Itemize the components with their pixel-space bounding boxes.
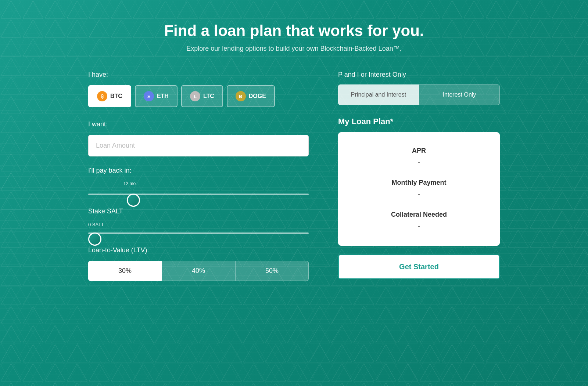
interest-only-button[interactable]: Interest Only <box>419 84 500 105</box>
apr-value: - <box>349 158 489 167</box>
pi-section: P and I or Interest Only Principal and I… <box>338 71 500 105</box>
principal-interest-button[interactable]: Principal and Interest <box>338 84 419 105</box>
monthly-payment-title: Monthly Payment <box>349 179 489 187</box>
doge-button[interactable]: Ð DOGE <box>227 85 275 107</box>
btc-icon: ₿ <box>97 91 107 101</box>
doge-label: DOGE <box>249 93 266 100</box>
apr-row: APR - <box>349 147 489 167</box>
ltc-button[interactable]: Ł LTC <box>181 85 223 107</box>
page-title: Find a loan plan that works for you. <box>88 22 500 40</box>
get-started-button[interactable]: Get Started <box>338 255 500 279</box>
right-panel: P and I or Interest Only Principal and I… <box>338 71 500 279</box>
stake-slider[interactable] <box>88 232 309 234</box>
i-want-section: I want: <box>88 120 309 156</box>
ltc-label: LTC <box>203 93 214 100</box>
payback-slider[interactable] <box>88 194 309 195</box>
salt-value: 0 SALT <box>88 222 309 227</box>
my-loan-section: My Loan Plan* APR - Monthly Payment - Co… <box>338 117 500 279</box>
monthly-payment-value: - <box>349 190 489 199</box>
eth-button[interactable]: Ξ ETH <box>135 85 178 107</box>
apr-title: APR <box>349 147 489 155</box>
crypto-buttons: ₿ BTC Ξ ETH Ł LTC Ð DOGE <box>88 85 309 107</box>
loan-plan-card: APR - Monthly Payment - Collateral Neede… <box>338 132 500 246</box>
ltv-buttons: 30% 40% 50% <box>88 261 309 281</box>
payback-value-bubble: 12 mo <box>123 181 136 186</box>
ltc-icon: Ł <box>190 91 200 101</box>
payback-label: I'll pay back in: <box>88 167 309 174</box>
i-want-label: I want: <box>88 120 309 128</box>
i-have-section: I have: ₿ BTC Ξ ETH Ł LTC <box>88 71 309 107</box>
stake-section: Stake SALT 0 SALT <box>88 208 309 235</box>
loan-amount-input[interactable] <box>88 135 309 156</box>
collateral-title: Collateral Needed <box>349 211 489 219</box>
i-have-label: I have: <box>88 71 309 79</box>
ltv-label: Loan-to-Value (LTV): <box>88 246 309 254</box>
monthly-payment-row: Monthly Payment - <box>349 179 489 199</box>
stake-label: Stake SALT <box>88 208 309 215</box>
eth-label: ETH <box>157 93 169 100</box>
collateral-row: Collateral Needed - <box>349 211 489 231</box>
payback-slider-wrapper: 12 mo <box>88 181 309 196</box>
pi-toggle: Principal and Interest Interest Only <box>338 84 500 105</box>
my-loan-label: My Loan Plan* <box>338 117 500 126</box>
payback-section: I'll pay back in: 12 mo <box>88 167 309 196</box>
page-subtitle: Explore our lending options to build you… <box>88 45 500 53</box>
pi-section-label: P and I or Interest Only <box>338 71 500 79</box>
collateral-value: - <box>349 221 489 231</box>
ltv-50-button[interactable]: 50% <box>235 261 309 281</box>
doge-icon: Ð <box>236 91 246 101</box>
left-panel: I have: ₿ BTC Ξ ETH Ł LTC <box>88 71 309 285</box>
eth-icon: Ξ <box>144 91 154 101</box>
ltv-30-button[interactable]: 30% <box>88 261 162 281</box>
btc-button[interactable]: ₿ BTC <box>88 85 131 107</box>
btc-label: BTC <box>110 93 122 100</box>
ltv-40-button[interactable]: 40% <box>162 261 235 281</box>
ltv-section: Loan-to-Value (LTV): 30% 40% 50% <box>88 246 309 281</box>
